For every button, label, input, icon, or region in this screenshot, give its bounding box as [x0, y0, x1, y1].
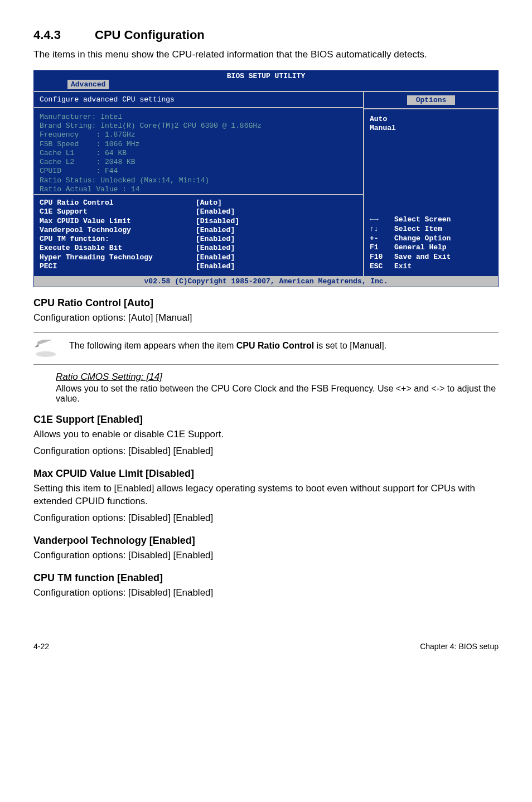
help-desc: Change Option: [394, 234, 451, 244]
ratio-cmos-heading: Ratio CMOS Setting: [14]: [56, 371, 499, 383]
setting-value: [Enabled]: [196, 253, 235, 262]
help-desc: Select Item: [394, 225, 442, 234]
help-desc: Save and Exit: [394, 253, 451, 262]
pencil-note-icon: [33, 340, 58, 357]
note-bold: CPU Ratio Control: [236, 341, 315, 350]
sub-heading-cpu-tm: CPU TM function [Enabled]: [33, 572, 499, 584]
setting-label: Max CPUID Value Limit: [40, 217, 196, 226]
setting-row[interactable]: Vanderpool Technology[Enabled]: [40, 226, 357, 235]
setting-label: CPU Ratio Control: [40, 199, 196, 207]
help-desc: Exit: [394, 262, 412, 272]
bios-panel: BIOS SETUP UTILITY Advanced Configure ad…: [33, 70, 499, 287]
setting-value: [Auto]: [196, 199, 222, 207]
note-post: is set to [Manual].: [314, 341, 386, 350]
indent-block: Ratio CMOS Setting: [14] Allows you to s…: [56, 371, 499, 404]
option-item[interactable]: Auto: [370, 115, 492, 124]
setting-row[interactable]: Hyper Threading Technology[Enabled]: [40, 253, 357, 262]
setting-label: C1E Support: [40, 207, 196, 216]
help-key: F10: [370, 253, 394, 262]
setting-value: [Enabled]: [196, 235, 235, 244]
bios-left-heading: Configure advanced CPU settings: [34, 92, 363, 108]
sub-text: Allows you to enable or disable C1E Supp…: [33, 428, 499, 441]
setting-label: PECI: [40, 262, 196, 271]
bios-options-header: Options: [364, 92, 498, 109]
arrow-left-right-icon: [370, 215, 394, 225]
note-text: The following item appears when the item…: [69, 340, 386, 352]
setting-value: [Enabled]: [196, 207, 235, 216]
svg-rect-1: [37, 340, 54, 345]
sub-heading-cpu-ratio: CPU Ratio Control [Auto]: [33, 297, 499, 309]
chapter-label: Chapter 4: BIOS setup: [420, 642, 499, 651]
page-number: 4-22: [33, 642, 49, 651]
intro-text: The items in this menu show the CPU-rela…: [33, 48, 499, 61]
setting-value: [Enabled]: [196, 244, 235, 253]
sub-text: Configuration options: [Disabled] [Enabl…: [33, 445, 499, 458]
svg-point-0: [36, 351, 56, 357]
setting-label: Vanderpool Technology: [40, 226, 196, 235]
note-pre: The following item appears when the item: [69, 341, 236, 350]
help-key: +-: [370, 234, 394, 244]
sub-heading-c1e: C1E Support [Enabled]: [33, 414, 499, 426]
sub-text: Configuration options: [Auto] [Manual]: [33, 311, 499, 325]
setting-row[interactable]: Max CPUID Value Limit[Disabled]: [40, 217, 357, 226]
bios-help: Select Screen Select Item +-Change Optio…: [364, 215, 498, 276]
bios-tabs: Advanced: [34, 80, 498, 91]
setting-value: [Enabled]: [196, 226, 235, 235]
sub-text: Configuration options: [Disabled] [Enabl…: [33, 586, 499, 600]
option-item[interactable]: Manual: [370, 124, 492, 133]
sub-text: Configuration options: [Disabled] [Enabl…: [33, 511, 499, 525]
help-desc: General Help: [394, 243, 447, 253]
bios-title: BIOS SETUP UTILITY: [34, 71, 498, 80]
section-number: 4.4.3: [33, 28, 95, 42]
bios-settings: CPU Ratio Control[Auto] C1E Support[Enab…: [34, 195, 363, 276]
section-title: CPU Configuration: [95, 28, 205, 42]
help-desc: Select Screen: [394, 215, 451, 225]
sub-heading-max-cpuid: Max CPUID Value Limit [Disabled]: [33, 468, 499, 480]
setting-value: [Enabled]: [196, 262, 235, 271]
help-key: F1: [370, 243, 394, 253]
setting-row[interactable]: PECI[Enabled]: [40, 262, 357, 271]
setting-row[interactable]: CPU Ratio Control[Auto]: [40, 199, 357, 207]
setting-label: CPU TM function:: [40, 235, 196, 244]
arrow-up-down-icon: [370, 225, 394, 234]
sub-text: Setting this item to [Enabled] allows le…: [33, 482, 499, 509]
note-box: The following item appears when the item…: [33, 332, 499, 365]
bios-options-list: Auto Manual: [364, 109, 498, 215]
sub-text: Configuration options: [Disabled] [Enabl…: [33, 549, 499, 562]
setting-row[interactable]: Execute Disable Bit[Enabled]: [40, 244, 357, 253]
setting-label: Execute Disable Bit: [40, 244, 196, 253]
setting-label: Hyper Threading Technology: [40, 253, 196, 262]
bios-cpu-info: Manufacturer: Intel Brand String: Intel(…: [34, 108, 363, 195]
setting-row[interactable]: CPU TM function:[Enabled]: [40, 235, 357, 244]
sub-heading-vanderpool: Vanderpool Technology [Enabled]: [33, 535, 499, 547]
bios-tab-advanced[interactable]: Advanced: [67, 80, 109, 89]
section-heading: 4.4.3CPU Configuration: [33, 28, 499, 42]
setting-row[interactable]: C1E Support[Enabled]: [40, 207, 357, 216]
ratio-cmos-text: Allows you to set the ratio between the …: [56, 384, 499, 404]
setting-value: [Disabled]: [196, 217, 239, 226]
svg-marker-2: [35, 344, 39, 347]
help-key: ESC: [370, 262, 394, 272]
page-footer: 4-22 Chapter 4: BIOS setup: [0, 625, 532, 662]
bios-footer: v02.58 (C)Copyright 1985-2007, American …: [34, 276, 498, 287]
options-label: Options: [407, 95, 456, 105]
